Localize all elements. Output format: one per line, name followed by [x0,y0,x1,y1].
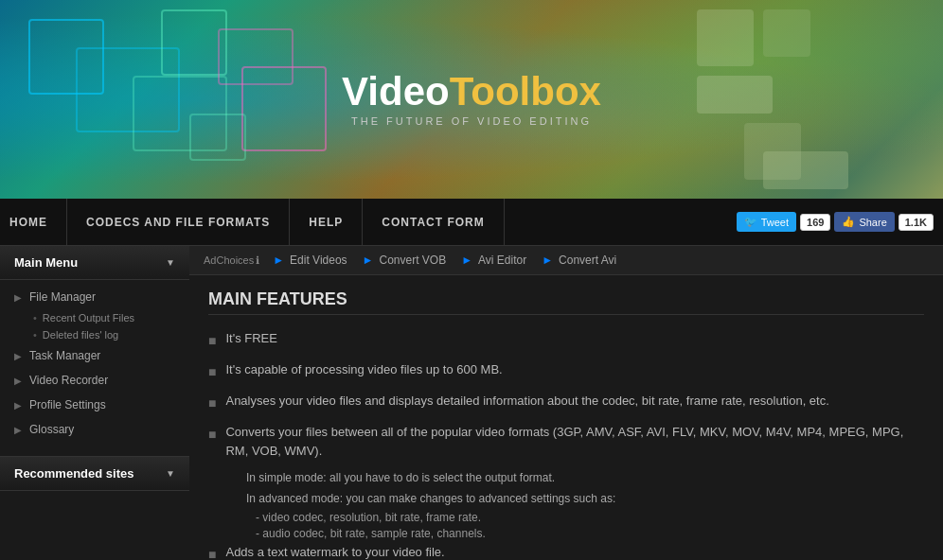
main-content: Main Menu ▼ ▶ File Manager Recent Output… [0,246,943,560]
logo-text: VideoToolbox [342,72,601,112]
sidebar-subitem-deleted-files[interactable]: Deleted files' log [0,326,189,343]
deco-square-6 [241,66,327,151]
recommended-sites-label: Recommended sites [14,466,133,481]
bullet-0: ■ [208,331,216,351]
feature-text-6: - video codec, resolution, bit rate, fra… [256,511,481,524]
nav-codecs[interactable]: CODECS AND FILE FORMATS [67,199,290,246]
breadcrumb-convert-avi[interactable]: ► Convert Avi [542,254,616,267]
deco-square-7 [189,114,246,161]
arrow-icon: ▶ [14,292,22,303]
share-label: Share [859,217,886,228]
breadcrumb-label-2: Convert VOB [379,254,446,267]
arrow-icon-4: ▶ [14,400,22,411]
recommended-arrow: ▼ [166,468,175,479]
recommended-sites-header[interactable]: Recommended sites ▼ [0,456,189,491]
arrow-icon-5: ▶ [14,425,22,435]
header-banner: VideoToolbox THE FUTURE OF VIDEO EDITING [0,0,943,199]
breadcrumb-bar: AdChoices ℹ ► Edit Videos ► Convert VOB … [189,246,943,275]
feature-text-5: In advanced mode: you can make changes t… [246,492,615,505]
feature-text-1: It's capable of processing video files u… [225,360,502,379]
breadcrumb-label-3: Avi Editor [478,254,526,267]
breadcrumb-label-1: Edit Videos [290,254,347,267]
sidebar-label-file-manager: File Manager [29,290,96,304]
feature-sub-4: In simple mode: all you have to do is se… [208,469,924,486]
feature-item-3: ■ Converts your files between all of the… [208,423,924,460]
sidebar-subitem-recent-output[interactable]: Recent Output Files [0,309,189,326]
deco-square-8 [697,9,754,66]
breadcrumb-arrow-1: ► [273,254,284,267]
deco-square-12 [763,151,848,189]
sidebar-label-deleted-files: Deleted files' log [43,329,118,341]
logo: VideoToolbox THE FUTURE OF VIDEO EDITING [342,72,601,127]
bullet-8: ■ [208,545,216,560]
feature-text-8: Adds a text watermark to your video file… [225,543,444,560]
logo-video: Video [342,69,450,114]
share-count: 1.1K [899,214,934,231]
tweet-count: 169 [800,214,830,231]
breadcrumb-arrow-3: ► [461,254,472,267]
feature-sub-indent-7: - audio codec, bit rate, sample rate, ch… [208,527,924,540]
content-area: AdChoices ℹ ► Edit Videos ► Convert VOB … [189,246,943,560]
breadcrumb-label-4: Convert Avi [559,254,616,267]
main-menu-header[interactable]: Main Menu ▼ [0,246,189,280]
bullet-3: ■ [208,425,216,445]
feature-item-0: ■ It's FREE [208,329,924,351]
twitter-icon: 🐦 [744,216,757,228]
features-title: MAIN FEATURES [208,289,924,315]
sidebar-label-video-recorder: Video Recorder [29,374,108,387]
sidebar-label-glossary: Glossary [29,423,74,436]
feature-text-0: It's FREE [225,329,277,348]
sidebar-item-glossary[interactable]: ▶ Glossary [0,417,189,442]
tweet-label: Tweet [761,217,789,228]
ad-choices-label: AdChoices [204,254,254,266]
breadcrumb-arrow-4: ► [542,254,553,267]
share-icon: 👍 [842,216,855,228]
feature-item-2: ■ Analyses your video files and displays… [208,392,924,413]
main-menu-label: Main Menu [14,255,78,270]
deco-square-9 [763,9,810,57]
sidebar-menu: ▶ File Manager Recent Output Files Delet… [0,280,189,446]
nav-social: 🐦 Tweet 169 👍 Share 1.1K [737,212,943,232]
breadcrumb-convert-vob[interactable]: ► Convert VOB [363,254,447,267]
arrow-icon-2: ▶ [14,351,22,361]
feature-text-4: In simple mode: all you have to do is se… [246,471,555,484]
ad-choices-icon: ℹ [256,254,259,267]
nav-help[interactable]: HELP [290,199,363,246]
features-section: MAIN FEATURES ■ It's FREE ■ It's capable… [189,275,943,560]
sidebar-item-file-manager[interactable]: ▶ File Manager [0,285,189,309]
breadcrumb-edit-videos[interactable]: ► Edit Videos [273,254,347,267]
sidebar-item-task-manager[interactable]: ▶ Task Manager [0,343,189,368]
sidebar-label-profile-settings: Profile Settings [29,398,106,411]
logo-tagline: THE FUTURE OF VIDEO EDITING [342,115,601,127]
tweet-button[interactable]: 🐦 Tweet [737,212,796,232]
breadcrumb-avi-editor[interactable]: ► Avi Editor [461,254,526,267]
share-button[interactable]: 👍 Share [834,212,894,232]
feature-item-1: ■ It's capable of processing video files… [208,360,924,382]
sidebar-item-video-recorder[interactable]: ▶ Video Recorder [0,368,189,393]
feature-sub-indent-6: - video codec, resolution, bit rate, fra… [208,511,924,524]
breadcrumb-arrow-2: ► [363,254,374,267]
feature-text-7: - audio codec, bit rate, sample rate, ch… [256,527,486,540]
sidebar-item-profile-settings[interactable]: ▶ Profile Settings [0,393,189,417]
sidebar-label-recent-output: Recent Output Files [43,312,134,324]
feature-sub-5: In advanced mode: you can make changes t… [208,490,924,507]
bullet-1: ■ [208,362,216,382]
navigation: HOME CODECS AND FILE FORMATS HELP CONTAC… [0,199,943,246]
main-menu-arrow: ▼ [166,257,175,268]
arrow-icon-3: ▶ [14,376,22,386]
sidebar: Main Menu ▼ ▶ File Manager Recent Output… [0,246,189,560]
feature-item-8: ■ Adds a text watermark to your video fi… [208,543,924,560]
nav-home[interactable]: HOME [0,199,67,246]
nav-items: HOME CODECS AND FILE FORMATS HELP CONTAC… [0,199,737,246]
bullet-2: ■ [208,394,216,413]
ad-choices[interactable]: AdChoices ℹ [204,254,259,267]
deco-square-10 [697,76,773,114]
nav-contact[interactable]: CONTACT FORM [363,199,504,246]
feature-text-3: Converts your files between all of the p… [225,423,924,460]
sidebar-label-task-manager: Task Manager [29,349,100,362]
logo-toolbox: Toolbox [450,69,601,114]
feature-text-2: Analyses your video files and displays d… [225,392,828,411]
